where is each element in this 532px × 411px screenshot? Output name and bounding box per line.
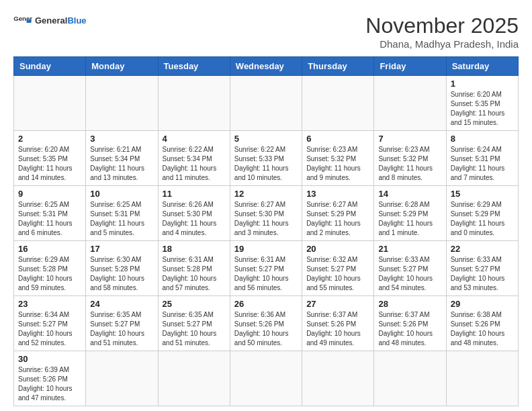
day-info: Sunrise: 6:23 AM Sunset: 5:32 PM Dayligh…: [306, 145, 369, 183]
calendar-cell: 18Sunrise: 6:31 AM Sunset: 5:28 PM Dayli…: [158, 241, 230, 296]
day-number: 26: [234, 299, 298, 309]
weekday-header-thursday: Thursday: [302, 57, 374, 76]
day-info: Sunrise: 6:28 AM Sunset: 5:29 PM Dayligh…: [378, 200, 441, 238]
day-info: Sunrise: 6:33 AM Sunset: 5:27 PM Dayligh…: [378, 255, 441, 293]
calendar-cell: 2Sunrise: 6:20 AM Sunset: 5:35 PM Daylig…: [14, 131, 86, 186]
calendar-cell: 3Sunrise: 6:21 AM Sunset: 5:34 PM Daylig…: [86, 131, 158, 186]
calendar-cell: 14Sunrise: 6:28 AM Sunset: 5:29 PM Dayli…: [374, 186, 446, 241]
day-info: Sunrise: 6:38 AM Sunset: 5:26 PM Dayligh…: [451, 310, 514, 348]
day-number: 15: [451, 189, 514, 199]
calendar-cell: [230, 76, 302, 131]
day-number: 9: [18, 189, 81, 199]
logo-blue: Blue: [67, 15, 86, 26]
calendar-cell: 16Sunrise: 6:29 AM Sunset: 5:28 PM Dayli…: [14, 241, 86, 296]
weekday-header-saturday: Saturday: [446, 57, 518, 76]
header: General GeneralBlue November 2025 Dhana,…: [13, 13, 519, 50]
day-number: 20: [306, 244, 369, 254]
calendar-cell: [302, 351, 374, 406]
calendar-week-5: 30Sunrise: 6:39 AM Sunset: 5:26 PM Dayli…: [14, 351, 519, 406]
calendar-cell: 23Sunrise: 6:34 AM Sunset: 5:27 PM Dayli…: [14, 296, 86, 351]
calendar-cell: 7Sunrise: 6:23 AM Sunset: 5:32 PM Daylig…: [374, 131, 446, 186]
day-info: Sunrise: 6:39 AM Sunset: 5:26 PM Dayligh…: [18, 365, 81, 403]
day-info: Sunrise: 6:30 AM Sunset: 5:28 PM Dayligh…: [90, 255, 153, 293]
calendar-cell: 11Sunrise: 6:26 AM Sunset: 5:30 PM Dayli…: [158, 186, 230, 241]
day-number: 30: [18, 354, 81, 364]
day-number: 4: [163, 134, 226, 144]
calendar-cell: 29Sunrise: 6:38 AM Sunset: 5:26 PM Dayli…: [446, 296, 518, 351]
day-info: Sunrise: 6:20 AM Sunset: 5:35 PM Dayligh…: [451, 90, 514, 128]
calendar-cell: 1Sunrise: 6:20 AM Sunset: 5:35 PM Daylig…: [446, 76, 518, 131]
weekday-header-tuesday: Tuesday: [158, 57, 230, 76]
day-info: Sunrise: 6:24 AM Sunset: 5:31 PM Dayligh…: [451, 145, 514, 183]
calendar-table: SundayMondayTuesdayWednesdayThursdayFrid…: [13, 56, 519, 406]
calendar-cell: [302, 76, 374, 131]
logo-general: General: [35, 15, 67, 26]
calendar-cell: 21Sunrise: 6:33 AM Sunset: 5:27 PM Dayli…: [374, 241, 446, 296]
day-info: Sunrise: 6:22 AM Sunset: 5:33 PM Dayligh…: [234, 145, 298, 183]
day-number: 10: [90, 189, 153, 199]
day-number: 24: [90, 299, 153, 309]
calendar-cell: 5Sunrise: 6:22 AM Sunset: 5:33 PM Daylig…: [230, 131, 302, 186]
calendar-cell: 19Sunrise: 6:31 AM Sunset: 5:27 PM Dayli…: [230, 241, 302, 296]
calendar-week-2: 9Sunrise: 6:25 AM Sunset: 5:31 PM Daylig…: [14, 186, 519, 241]
calendar-cell: [158, 76, 230, 131]
day-number: 6: [306, 134, 369, 144]
day-info: Sunrise: 6:29 AM Sunset: 5:29 PM Dayligh…: [451, 200, 514, 238]
day-info: Sunrise: 6:23 AM Sunset: 5:32 PM Dayligh…: [378, 145, 441, 183]
day-info: Sunrise: 6:27 AM Sunset: 5:30 PM Dayligh…: [234, 200, 298, 238]
calendar-cell: [86, 76, 158, 131]
day-number: 18: [163, 244, 226, 254]
calendar-cell: 28Sunrise: 6:37 AM Sunset: 5:26 PM Dayli…: [374, 296, 446, 351]
calendar-cell: 4Sunrise: 6:22 AM Sunset: 5:34 PM Daylig…: [158, 131, 230, 186]
day-info: Sunrise: 6:37 AM Sunset: 5:26 PM Dayligh…: [378, 310, 441, 348]
weekday-header-wednesday: Wednesday: [230, 57, 302, 76]
month-title: November 2025: [365, 13, 519, 38]
weekday-header-row: SundayMondayTuesdayWednesdayThursdayFrid…: [14, 57, 519, 76]
day-number: 3: [90, 134, 153, 144]
calendar-cell: 25Sunrise: 6:35 AM Sunset: 5:27 PM Dayli…: [158, 296, 230, 351]
day-info: Sunrise: 6:37 AM Sunset: 5:26 PM Dayligh…: [306, 310, 369, 348]
day-number: 19: [234, 244, 298, 254]
day-number: 8: [451, 134, 514, 144]
calendar-cell: 22Sunrise: 6:33 AM Sunset: 5:27 PM Dayli…: [446, 241, 518, 296]
day-info: Sunrise: 6:29 AM Sunset: 5:28 PM Dayligh…: [18, 255, 81, 293]
calendar-week-3: 16Sunrise: 6:29 AM Sunset: 5:28 PM Dayli…: [14, 241, 519, 296]
day-number: 7: [378, 134, 441, 144]
day-number: 17: [90, 244, 153, 254]
weekday-header-monday: Monday: [86, 57, 158, 76]
calendar-cell: [86, 351, 158, 406]
calendar-week-1: 2Sunrise: 6:20 AM Sunset: 5:35 PM Daylig…: [14, 131, 519, 186]
calendar-cell: 10Sunrise: 6:25 AM Sunset: 5:31 PM Dayli…: [86, 186, 158, 241]
day-number: 29: [451, 299, 514, 309]
day-number: 22: [451, 244, 514, 254]
calendar-cell: [230, 351, 302, 406]
logo: General GeneralBlue: [13, 13, 87, 28]
day-info: Sunrise: 6:31 AM Sunset: 5:27 PM Dayligh…: [234, 255, 298, 293]
day-number: 12: [234, 189, 298, 199]
day-info: Sunrise: 6:26 AM Sunset: 5:30 PM Dayligh…: [163, 200, 226, 238]
day-number: 13: [306, 189, 369, 199]
calendar-cell: [158, 351, 230, 406]
day-info: Sunrise: 6:21 AM Sunset: 5:34 PM Dayligh…: [90, 145, 153, 183]
day-number: 14: [378, 189, 441, 199]
calendar-cell: 15Sunrise: 6:29 AM Sunset: 5:29 PM Dayli…: [446, 186, 518, 241]
day-info: Sunrise: 6:35 AM Sunset: 5:27 PM Dayligh…: [163, 310, 226, 348]
calendar-cell: 27Sunrise: 6:37 AM Sunset: 5:26 PM Dayli…: [302, 296, 374, 351]
day-info: Sunrise: 6:34 AM Sunset: 5:27 PM Dayligh…: [18, 310, 81, 348]
calendar-cell: [374, 76, 446, 131]
day-number: 21: [378, 244, 441, 254]
calendar-cell: [374, 351, 446, 406]
calendar-cell: 30Sunrise: 6:39 AM Sunset: 5:26 PM Dayli…: [14, 351, 86, 406]
day-number: 25: [163, 299, 226, 309]
calendar-cell: 24Sunrise: 6:35 AM Sunset: 5:27 PM Dayli…: [86, 296, 158, 351]
calendar-cell: 13Sunrise: 6:27 AM Sunset: 5:29 PM Dayli…: [302, 186, 374, 241]
day-info: Sunrise: 6:22 AM Sunset: 5:34 PM Dayligh…: [163, 145, 226, 183]
calendar-cell: 9Sunrise: 6:25 AM Sunset: 5:31 PM Daylig…: [14, 186, 86, 241]
day-number: 1: [451, 79, 514, 89]
svg-rect-2: [27, 20, 32, 23]
day-number: 27: [306, 299, 369, 309]
day-info: Sunrise: 6:27 AM Sunset: 5:29 PM Dayligh…: [306, 200, 369, 238]
calendar-cell: 20Sunrise: 6:32 AM Sunset: 5:27 PM Dayli…: [302, 241, 374, 296]
title-block: November 2025 Dhana, Madhya Pradesh, Ind…: [365, 13, 519, 50]
day-info: Sunrise: 6:31 AM Sunset: 5:28 PM Dayligh…: [163, 255, 226, 293]
